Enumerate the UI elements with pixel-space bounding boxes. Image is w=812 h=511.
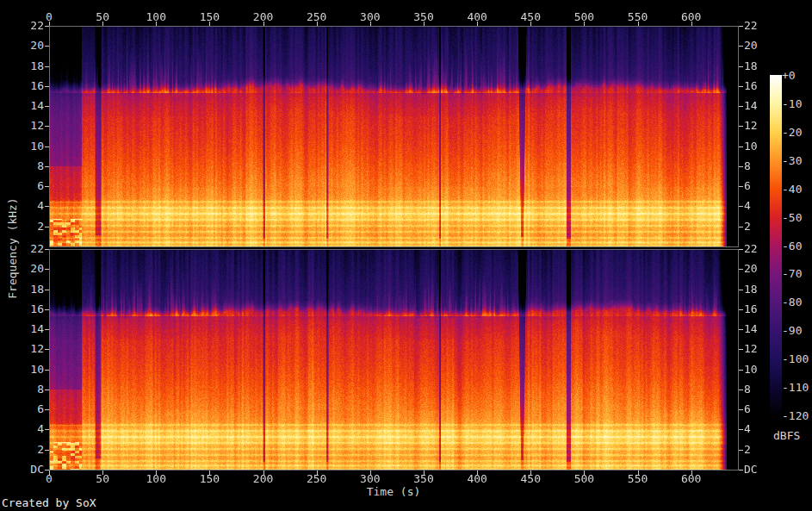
x-axis-tick-label: 300 xyxy=(360,473,380,485)
x-axis-tick-label: 250 xyxy=(307,473,326,485)
x-axis-tick xyxy=(424,22,425,26)
y-axis-tick xyxy=(45,309,49,310)
y-axis-tick-label: 8 xyxy=(9,383,44,396)
y-axis-tick xyxy=(45,329,49,330)
y-axis-tick xyxy=(739,206,743,207)
y-axis-tick-label: 8 xyxy=(744,383,751,396)
y-axis-tick-label: 22 xyxy=(9,243,44,255)
y-axis-tick-label: 2 xyxy=(744,444,751,456)
y-axis-tick xyxy=(45,206,49,207)
y-axis-tick xyxy=(739,470,743,470)
y-axis-tick-label: 20 xyxy=(9,263,44,275)
y-axis-tick-label: 22 xyxy=(9,20,44,32)
x-axis-tick-label: 200 xyxy=(253,473,273,485)
x-axis-tick xyxy=(317,470,318,475)
y-axis-tick xyxy=(739,450,743,451)
y-axis-tick xyxy=(45,470,49,470)
y-axis-tick-label: 4 xyxy=(744,200,751,212)
y-axis-tick-label: 6 xyxy=(744,180,751,192)
y-axis-tick-label: 6 xyxy=(744,403,751,415)
y-axis-tick xyxy=(739,186,743,187)
y-axis-tick xyxy=(739,249,743,250)
colorbar-tick-label: -40 xyxy=(782,184,802,196)
y-axis-tick xyxy=(45,227,49,227)
y-axis-tick-label: 2 xyxy=(744,221,751,233)
colorbar-unit-label: dBFS xyxy=(773,430,800,442)
y-axis-tick-label: 22 xyxy=(744,243,758,255)
x-axis-tick xyxy=(530,470,531,475)
y-axis-tick xyxy=(45,389,49,390)
y-axis-tick-label: 16 xyxy=(9,80,44,92)
y-axis-tick xyxy=(739,309,743,310)
y-axis-tick-label: 12 xyxy=(744,120,758,132)
y-axis-tick xyxy=(739,349,743,350)
y-axis-tick-label: 8 xyxy=(744,160,751,172)
y-axis-tick xyxy=(45,46,49,47)
y-axis-tick-label: 12 xyxy=(744,343,758,355)
y-axis-tick-label: 16 xyxy=(744,303,758,315)
colorbar-tick-label: -20 xyxy=(782,127,802,139)
y-axis-tick-label: 10 xyxy=(744,140,758,153)
sox-spectrogram-figure: Frequency (kHz) Time (s) dBFS Created by… xyxy=(0,0,812,511)
y-axis-tick-label: DC xyxy=(9,464,44,476)
y-axis-tick-label: 14 xyxy=(744,323,758,335)
x-axis-tick xyxy=(477,470,478,475)
y-axis-tick xyxy=(45,450,49,451)
x-axis-tick xyxy=(370,22,371,26)
y-axis-tick xyxy=(739,126,743,127)
y-axis-tick xyxy=(45,126,49,127)
x-axis-tick xyxy=(102,470,103,475)
x-axis-tick xyxy=(156,470,157,475)
x-axis-tick-label: 400 xyxy=(467,473,487,485)
x-axis-tick xyxy=(317,22,318,26)
y-axis-tick-label: 18 xyxy=(744,60,758,72)
y-axis-tick-label: 18 xyxy=(9,60,44,72)
spectrogram-canvas-right-channel xyxy=(49,249,739,470)
x-axis-tick xyxy=(638,22,639,26)
y-axis-tick-label: 10 xyxy=(744,364,758,376)
y-axis-tick-label: 20 xyxy=(744,40,758,52)
x-axis-tick xyxy=(49,22,50,26)
y-axis-tick-label: 6 xyxy=(9,403,44,415)
colorbar-tick-label: -90 xyxy=(782,325,802,337)
y-axis-tick xyxy=(739,66,743,67)
y-axis-tick xyxy=(739,290,743,290)
x-axis-tick xyxy=(102,22,103,26)
colorbar-tick-label: -50 xyxy=(782,212,802,224)
x-axis-tick xyxy=(263,470,264,475)
y-axis-tick xyxy=(739,429,743,430)
y-axis-tick xyxy=(739,227,743,227)
y-axis-tick xyxy=(45,429,49,430)
y-axis-tick xyxy=(45,249,49,250)
y-axis-tick xyxy=(739,46,743,47)
x-axis-tick xyxy=(209,22,210,26)
y-axis-tick xyxy=(45,106,49,107)
y-axis-tick-label: 14 xyxy=(9,100,44,112)
y-axis-tick xyxy=(45,349,49,350)
y-axis-tick xyxy=(45,166,49,167)
y-axis-tick-label: 18 xyxy=(9,284,44,296)
y-axis-tick xyxy=(739,26,743,27)
x-axis-tick xyxy=(530,22,531,26)
y-axis-tick xyxy=(739,329,743,330)
colorbar-gradient xyxy=(770,75,782,416)
y-axis-tick-label: 4 xyxy=(9,200,44,212)
y-axis-tick-label: 8 xyxy=(9,160,44,172)
x-axis-tick xyxy=(424,470,425,475)
x-axis-tick xyxy=(370,470,371,475)
x-axis-tick xyxy=(156,22,157,26)
y-axis-tick-label: 12 xyxy=(9,120,44,132)
colorbar-tick-label: -80 xyxy=(782,296,802,308)
y-axis-tick xyxy=(45,290,49,290)
y-axis-tick xyxy=(739,409,743,410)
x-axis-tick-label: 600 xyxy=(681,473,701,485)
y-axis-tick xyxy=(45,26,49,27)
colorbar-tick-label: -60 xyxy=(782,240,802,252)
x-axis-tick-label: 100 xyxy=(146,473,166,485)
x-axis-title: Time (s) xyxy=(367,486,421,498)
colorbar-tick-label: -30 xyxy=(782,155,802,167)
y-axis-tick xyxy=(45,370,49,371)
x-axis-tick xyxy=(49,470,50,475)
y-axis-tick xyxy=(739,389,743,390)
colorbar-tick-label: -110 xyxy=(782,382,809,394)
